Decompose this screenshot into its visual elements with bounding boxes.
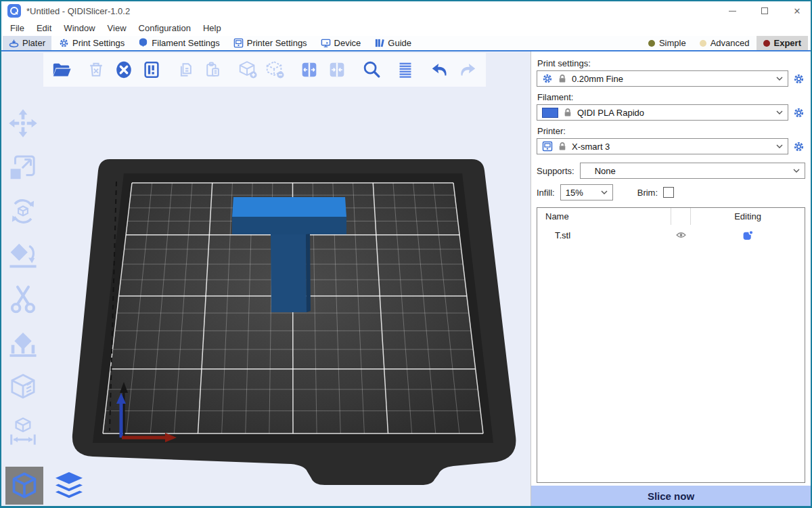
object-editing-button[interactable] bbox=[691, 230, 805, 241]
place-on-face-icon bbox=[7, 240, 39, 271]
brim-checkbox[interactable] bbox=[663, 187, 674, 198]
printer-row: X-smart 3 bbox=[537, 138, 805, 154]
filament-select[interactable]: QIDI PLA Rapido bbox=[537, 104, 788, 121]
close-button[interactable]: ✕ bbox=[784, 1, 811, 20]
move-icon bbox=[7, 108, 39, 139]
printer-select[interactable]: X-smart 3 bbox=[537, 138, 788, 154]
menu-configuration[interactable]: Configuration bbox=[133, 22, 197, 35]
print-settings-row: 0.20mm Fine bbox=[537, 70, 805, 87]
delete-button[interactable] bbox=[85, 56, 108, 83]
print-settings-select[interactable]: 0.20mm Fine bbox=[537, 70, 788, 87]
object-list-header: Name Editing bbox=[537, 208, 805, 225]
split-to-parts-button[interactable] bbox=[325, 56, 348, 83]
undo-arrow-icon bbox=[430, 60, 450, 80]
delete-all-button[interactable] bbox=[112, 56, 135, 83]
split-to-objects-button[interactable] bbox=[298, 56, 321, 83]
mode-switcher: Simple Advanced Expert bbox=[641, 36, 811, 50]
plater-icon bbox=[9, 38, 19, 48]
lock-icon bbox=[558, 74, 567, 83]
remove-instance-button[interactable] bbox=[263, 56, 287, 83]
menu-view[interactable]: View bbox=[102, 22, 133, 35]
menu-window[interactable]: Window bbox=[58, 22, 101, 35]
infill-row: Infill: 15% Brim: bbox=[537, 184, 805, 200]
view-3d-editor-button[interactable] bbox=[5, 467, 43, 505]
view-toggle bbox=[5, 467, 88, 505]
copy-icon bbox=[176, 60, 195, 79]
place-on-face-button[interactable] bbox=[5, 239, 41, 272]
chevron-down-icon bbox=[776, 110, 783, 114]
app-logo-icon bbox=[7, 4, 21, 18]
infill-label: Infill: bbox=[537, 188, 555, 198]
cut-button[interactable] bbox=[5, 283, 41, 316]
plater-toolbar bbox=[43, 53, 486, 87]
object-list-row[interactable]: T.stl bbox=[537, 225, 805, 245]
move-button[interactable] bbox=[5, 107, 41, 140]
printer-label: Printer: bbox=[537, 126, 805, 136]
open-folder-icon bbox=[51, 60, 72, 80]
view-preview-button[interactable] bbox=[50, 467, 88, 505]
editing-icon bbox=[742, 230, 754, 241]
supports-select[interactable]: None bbox=[580, 163, 805, 179]
tab-bar: Plater Print Settings Filament Settings … bbox=[1, 36, 811, 51]
printer-icon bbox=[542, 141, 553, 152]
chevron-down-icon bbox=[776, 77, 783, 81]
measure-button[interactable] bbox=[5, 415, 41, 448]
3d-viewport[interactable] bbox=[1, 51, 531, 506]
arrange-button[interactable] bbox=[139, 56, 163, 83]
search-icon bbox=[361, 60, 382, 80]
seam-painting-button[interactable] bbox=[5, 371, 41, 404]
slice-now-button[interactable]: Slice now bbox=[531, 486, 811, 506]
tab-filament-settings[interactable]: Filament Settings bbox=[132, 36, 225, 50]
mode-simple[interactable]: Simple bbox=[641, 36, 693, 50]
menu-help[interactable]: Help bbox=[197, 22, 227, 35]
menu-bar: File Edit Window View Configuration Help bbox=[1, 20, 811, 36]
rotate-icon bbox=[7, 196, 39, 227]
print-settings-edit-button[interactable] bbox=[792, 71, 805, 86]
tab-device[interactable]: Device bbox=[315, 36, 367, 50]
paint-supports-button[interactable] bbox=[5, 327, 41, 360]
maximize-button[interactable] bbox=[751, 1, 778, 20]
scale-button[interactable] bbox=[5, 151, 41, 184]
profile-gear-icon bbox=[542, 73, 553, 84]
tab-print-settings[interactable]: Print Settings bbox=[53, 36, 131, 50]
filament-edit-button[interactable] bbox=[792, 105, 805, 120]
visibility-toggle[interactable] bbox=[671, 231, 691, 239]
filament-label: Filament: bbox=[537, 92, 805, 102]
visibility-column-header bbox=[671, 208, 691, 225]
add-instance-icon bbox=[238, 60, 258, 80]
open-project-button[interactable] bbox=[50, 56, 74, 83]
measure-icon bbox=[7, 416, 39, 447]
cut-scissors-icon bbox=[7, 284, 39, 315]
undo-button[interactable] bbox=[428, 56, 452, 83]
redo-button[interactable] bbox=[455, 56, 479, 83]
tab-printer-settings[interactable]: Printer Settings bbox=[227, 36, 313, 50]
tab-guide[interactable]: Guide bbox=[368, 36, 418, 50]
menu-edit[interactable]: Edit bbox=[30, 22, 58, 35]
object-list: Name Editing T.stl bbox=[537, 207, 805, 483]
object-file-name: T.stl bbox=[537, 230, 671, 240]
lock-icon bbox=[558, 142, 567, 151]
split-parts-icon bbox=[327, 60, 347, 80]
add-instance-button[interactable] bbox=[235, 56, 259, 83]
gizmo-toolbar bbox=[5, 107, 41, 448]
title-bar: *Untitled - QIDISlicer-1.0.2 ✕ bbox=[1, 1, 811, 20]
editing-column-header: Editing bbox=[691, 211, 805, 221]
variable-layer-height-button[interactable] bbox=[394, 56, 418, 83]
printer-edit-button[interactable] bbox=[792, 139, 805, 154]
tab-plater[interactable]: Plater bbox=[3, 36, 51, 50]
paste-button[interactable] bbox=[202, 56, 225, 83]
minimize-button[interactable] bbox=[719, 1, 746, 20]
rotate-button[interactable] bbox=[5, 195, 41, 228]
search-button[interactable] bbox=[359, 56, 383, 83]
app-window: *Untitled - QIDISlicer-1.0.2 ✕ File Edit… bbox=[0, 0, 812, 508]
supports-row: Supports: None bbox=[537, 163, 805, 179]
preview-layers-icon bbox=[52, 469, 86, 503]
copy-button[interactable] bbox=[174, 56, 198, 83]
gear-icon bbox=[793, 141, 805, 152]
print-settings-label: Print settings: bbox=[537, 58, 805, 68]
menu-file[interactable]: File bbox=[4, 22, 30, 35]
infill-select[interactable]: 15% bbox=[560, 184, 613, 200]
seam-painting-icon bbox=[7, 372, 39, 403]
mode-advanced[interactable]: Advanced bbox=[693, 36, 757, 50]
mode-expert[interactable]: Expert bbox=[757, 36, 808, 50]
